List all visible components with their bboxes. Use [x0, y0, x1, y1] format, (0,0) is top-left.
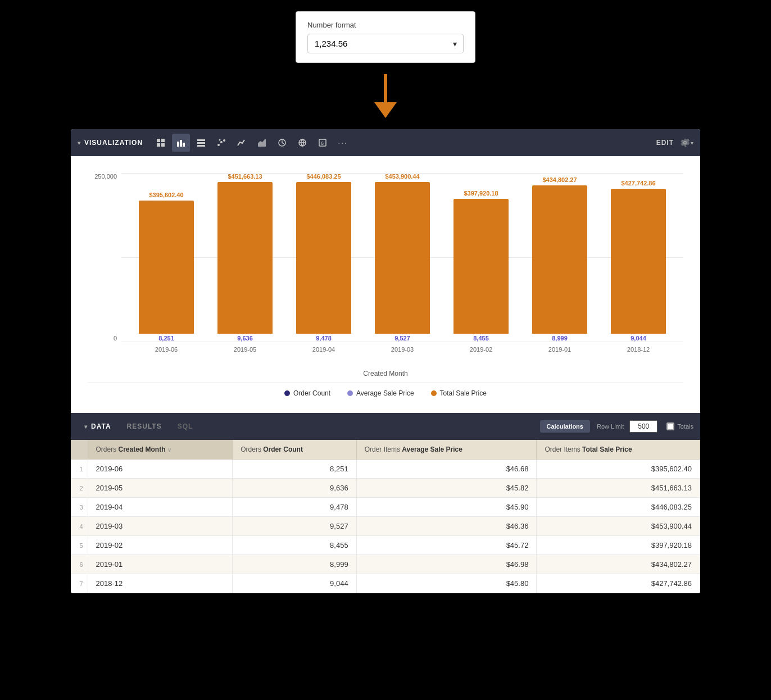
x-label: 2018-12: [599, 346, 678, 353]
table-row: 12019-068,251$46.68$395,602.40: [71, 460, 700, 479]
row-number: 4: [71, 517, 88, 536]
chart-legend: Order Count Average Sale Price Total Sal…: [88, 382, 683, 402]
cell-month: 2019-05: [88, 479, 233, 498]
svg-point-10: [217, 144, 220, 146]
x-label: 2019-02: [442, 346, 520, 353]
totals-checkbox[interactable]: [666, 422, 674, 430]
cell-total-price: $434,802.27: [537, 555, 700, 574]
main-panel: ▾ VISUALIZATION 6 ···: [71, 129, 700, 593]
bar-rect[interactable]: [532, 185, 587, 334]
y-label-250k: 250,000: [94, 173, 117, 180]
clock-icon-btn[interactable]: [273, 134, 291, 152]
svg-text:6: 6: [321, 140, 324, 146]
legend-order-count: Order Count: [284, 389, 330, 397]
sql-tab[interactable]: SQL: [171, 419, 200, 434]
chevron-down-icon: ▾: [84, 424, 88, 430]
bar-count-label: 8,999: [552, 335, 568, 342]
data-header: ▾ DATA RESULTS SQL Calculations Row Limi…: [71, 413, 700, 440]
col-header-avg-price[interactable]: Order Items Average Sale Price: [356, 440, 537, 460]
cell-total-price: $453,900.44: [537, 517, 700, 536]
x-label: 2019-06: [127, 346, 206, 353]
bar-value-label: $427,742.86: [621, 180, 655, 187]
col-header-month[interactable]: Orders Created Month ∨: [88, 440, 233, 460]
data-tab[interactable]: ▾ DATA: [78, 419, 118, 434]
number-format-select-wrapper[interactable]: 1,234.56 1234.56 1,234 ▾: [307, 34, 464, 53]
bar-group-2019-01: $434,802.278,999: [520, 173, 599, 342]
bar-rect[interactable]: [296, 182, 351, 334]
cell-total-price: $446,083.25: [537, 498, 700, 517]
bar-value-label: $451,663.13: [228, 173, 262, 180]
svg-point-13: [219, 139, 221, 141]
x-label: 2019-04: [284, 346, 363, 353]
bar-group-2018-12: $427,742.869,044: [599, 173, 678, 342]
bar-rect[interactable]: [217, 182, 273, 334]
bar-group-2019-02: $397,920.188,455: [442, 173, 520, 342]
data-table: Orders Created Month ∨ Orders Order Coun…: [71, 440, 700, 593]
map-icon-btn[interactable]: [293, 134, 311, 152]
scatter-icon-btn[interactable]: [212, 134, 230, 152]
svg-rect-0: [157, 139, 160, 142]
row-number: 5: [71, 536, 88, 555]
bar-value-label: $397,920.18: [464, 190, 498, 197]
bar-rect[interactable]: [453, 199, 509, 334]
svg-rect-2: [157, 143, 160, 147]
totals-toggle[interactable]: Totals: [666, 422, 693, 430]
bar-group-2019-06: $395,602.408,251: [127, 173, 206, 342]
cell-count: 9,044: [233, 574, 356, 593]
svg-rect-8: [197, 142, 205, 144]
bar-rect[interactable]: [139, 201, 194, 334]
x-label: 2019-01: [520, 346, 599, 353]
cell-total-price: $395,602.40: [537, 460, 700, 479]
down-arrow: [374, 74, 397, 118]
cell-avg-price: $45.90: [356, 498, 537, 517]
cell-avg-price: $45.80: [356, 574, 537, 593]
cell-count: 9,527: [233, 517, 356, 536]
settings-button[interactable]: ▾: [681, 138, 693, 147]
table-row: 42019-039,527$46.36$453,900.44: [71, 517, 700, 536]
number-icon-btn[interactable]: 6: [314, 134, 332, 152]
cell-avg-price: $45.72: [356, 536, 537, 555]
x-label: 2019-05: [206, 346, 284, 353]
row-number: 3: [71, 498, 88, 517]
more-icon-btn[interactable]: ···: [334, 134, 352, 152]
x-label: 2019-03: [363, 346, 442, 353]
line-icon-btn[interactable]: [233, 134, 251, 152]
legend-dot-avg-sale: [347, 390, 353, 396]
col-header-count[interactable]: Orders Order Count: [233, 440, 356, 460]
totals-label-text: Totals: [677, 423, 693, 430]
svg-rect-9: [197, 145, 205, 147]
svg-rect-4: [177, 142, 179, 147]
area-icon-btn[interactable]: [253, 134, 271, 152]
number-format-select[interactable]: 1,234.56 1234.56 1,234: [307, 34, 464, 53]
cell-count: 9,478: [233, 498, 356, 517]
legend-dot-order-count: [284, 390, 290, 396]
cell-count: 8,251: [233, 460, 356, 479]
legend-label-total-sale: Total Sale Price: [440, 389, 487, 397]
row-limit-input[interactable]: [629, 420, 657, 433]
cell-avg-price: $46.68: [356, 460, 537, 479]
number-format-label: Number format: [307, 21, 464, 29]
row-number: 6: [71, 555, 88, 574]
sort-icon: ∨: [167, 447, 171, 453]
y-label-0: 0: [114, 335, 117, 342]
row-limit-label: Row Limit: [597, 423, 624, 430]
calculations-button[interactable]: Calculations: [540, 420, 590, 433]
list-icon-btn[interactable]: [192, 134, 210, 152]
bar-rect[interactable]: [611, 189, 666, 334]
table-icon-btn[interactable]: [152, 134, 170, 152]
edit-button[interactable]: EDIT: [656, 139, 674, 147]
cell-count: 8,999: [233, 555, 356, 574]
cell-avg-price: $46.98: [356, 555, 537, 574]
legend-dot-total-sale: [431, 390, 437, 396]
bar-rect[interactable]: [375, 182, 430, 334]
bar-count-label: 9,527: [394, 335, 410, 342]
svg-rect-5: [180, 140, 182, 147]
table-row: 22019-059,636$45.82$451,663.13: [71, 479, 700, 498]
bar-chart-icon-btn[interactable]: [172, 134, 190, 152]
cell-month: 2019-03: [88, 517, 233, 536]
cell-count: 8,455: [233, 536, 356, 555]
col-header-total-price[interactable]: Order Items Total Sale Price: [537, 440, 700, 460]
results-tab[interactable]: RESULTS: [120, 419, 169, 434]
cell-avg-price: $45.82: [356, 479, 537, 498]
bar-count-label: 8,455: [473, 335, 489, 342]
